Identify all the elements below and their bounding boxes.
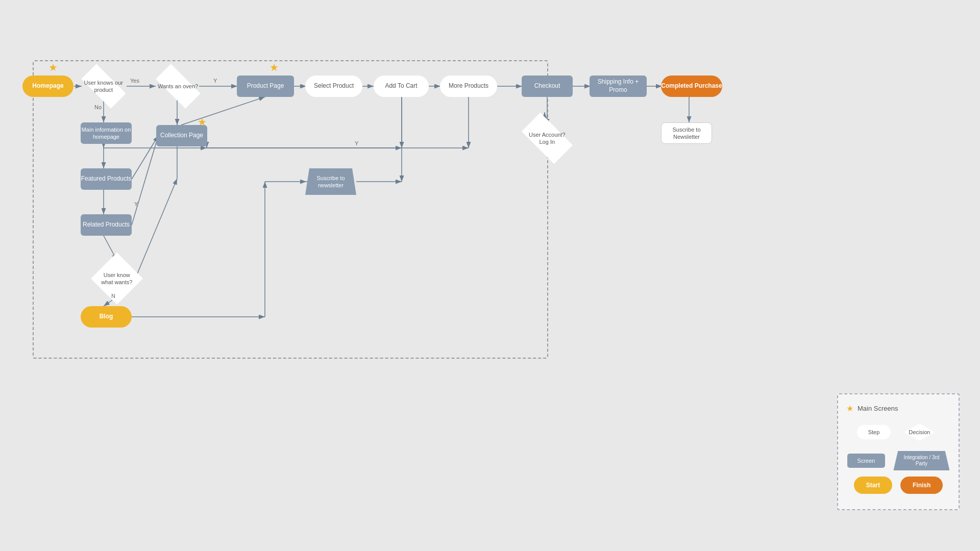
label-yes2: Y [213, 78, 217, 84]
label-yes4: Y [355, 140, 358, 146]
star-product-page: ★ [270, 61, 279, 73]
node-main-info: Main information on homepage [81, 122, 132, 144]
node-related-products: Related Products [81, 214, 132, 236]
legend-decision-label: Decision [909, 429, 930, 435]
node-checkout: Checkout [522, 76, 573, 97]
node-add-to-cart: Add To Cart [374, 76, 429, 97]
legend-start: Start [854, 477, 892, 494]
node-shipping-info: Shipping Info + Promo [590, 76, 647, 97]
node-collection-page: Collection Page [156, 125, 207, 146]
legend-box: ★ Main Screens Step Decision Screen Inte… [837, 393, 960, 510]
node-completed-purchase: Completed Purchase [661, 76, 722, 97]
node-product-page: Product Page [237, 76, 294, 97]
legend-row-screen-integration: Screen Integration / 3rd Party [846, 451, 950, 470]
node-featured-products: Featured Products [81, 168, 132, 190]
legend-finish: Finish [900, 477, 943, 494]
legend-step: Step [857, 425, 891, 439]
node-homepage: Homepage [22, 76, 74, 97]
legend-title: ★ Main Screens [846, 404, 950, 413]
label-yes3: Y [134, 201, 138, 207]
canvas: ★ ★ ★ Homepage User knows our product Wa… [0, 0, 980, 551]
node-subscribe-newsletter: Suscribe to newsletter [305, 168, 356, 195]
node-more-products: More Products [440, 76, 497, 97]
node-blog: Blog [81, 306, 132, 328]
label-no2: N [111, 293, 115, 299]
label-yes1: Yes [130, 78, 139, 84]
legend-row-step-decision: Step Decision [846, 419, 950, 445]
legend-screen: Screen [847, 454, 886, 468]
label-no1: No [94, 104, 102, 110]
node-subscribe-white: Suscribe to Newsletter [661, 122, 712, 144]
legend-row-start-finish: Start Finish [846, 477, 950, 494]
star-homepage: ★ [48, 61, 58, 73]
legend-integration: Integration / 3rd Party [893, 451, 949, 470]
node-select-product: Select Product [305, 76, 362, 97]
